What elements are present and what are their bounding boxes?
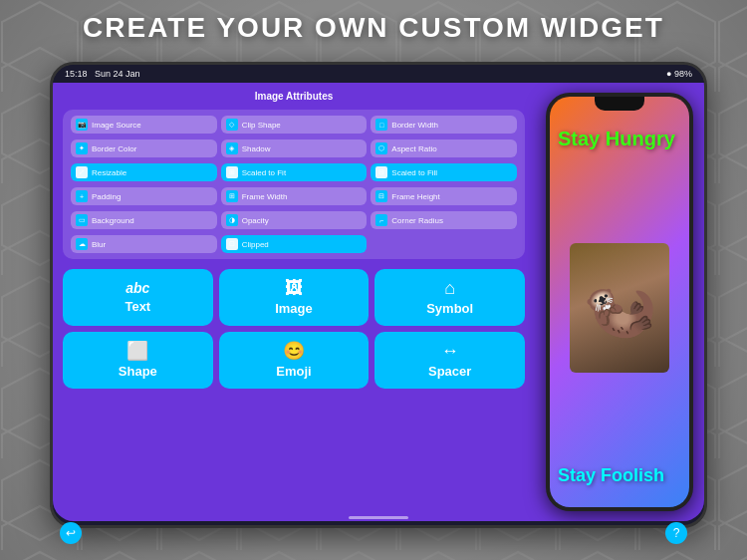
attr-border-color[interactable]: ✦ Border Color <box>71 140 217 157</box>
widget-image-btn[interactable]: 🖼 Image <box>219 269 370 326</box>
attr-row-3: ⤢ Resizable ⊞ Scaled to Fit ⊟ Scaled to … <box>71 163 517 181</box>
blur-icon: ☁ <box>76 238 88 250</box>
corner-radius-icon: ⌐ <box>375 214 387 226</box>
scaled-to-fit-icon: ⊞ <box>226 166 238 178</box>
resizable-icon: ⤢ <box>76 166 88 178</box>
widget-shape-btn[interactable]: ⬜ Shape <box>63 332 213 389</box>
padding-icon: + <box>76 190 88 202</box>
attr-row-6: ☁ Blur ⊡ Clipped <box>71 235 517 253</box>
widget-emoji-btn[interactable]: 😊 Emoji <box>219 332 370 389</box>
home-indicator <box>349 516 408 519</box>
phone-notch <box>595 97 644 111</box>
phone-screen: Stay Hungry 🦦 Stay Foolish <box>550 97 689 507</box>
frame-height-icon: ⊟ <box>375 190 387 202</box>
spacer-icon: ↔ <box>441 342 459 360</box>
bottom-bar: ↩ ? <box>60 522 687 544</box>
attr-border-width[interactable]: □ Border Width <box>371 116 517 134</box>
panel-title: Image Attributes <box>63 91 525 102</box>
attr-padding[interactable]: + Padding <box>71 187 217 205</box>
border-width-icon: □ <box>375 119 387 131</box>
widget-symbol-btn[interactable]: ⌂ Symbol <box>374 269 525 326</box>
aspect-ratio-icon: ⬡ <box>375 142 387 154</box>
attr-row-5: ▭ Background ◑ Opacity ⌐ Corner Radius <box>71 211 517 229</box>
attributes-section: 📷 Image Source ◇ Clip Shape □ Border Wid… <box>63 110 525 259</box>
status-time: 15:18 Sun 24 Jan <box>65 69 140 79</box>
phone-frame: Stay Hungry 🦦 Stay Foolish <box>546 93 693 511</box>
attr-row-1: 📷 Image Source ◇ Clip Shape □ Border Wid… <box>71 116 517 134</box>
help-icon[interactable]: ? <box>665 522 687 544</box>
attr-shadow[interactable]: ◈ Shadow <box>221 140 368 157</box>
widget-text-btn[interactable]: abc Text <box>63 269 213 326</box>
attr-row-4: + Padding ⊞ Frame Width ⊟ Frame Height <box>71 187 517 205</box>
attr-aspect-ratio[interactable]: ⬡ Aspect Ratio <box>371 140 517 157</box>
image-source-icon: 📷 <box>76 119 88 131</box>
status-battery: ● 98% <box>666 69 692 79</box>
attr-image-source[interactable]: 📷 Image Source <box>71 116 217 134</box>
attr-resizable[interactable]: ⤢ Resizable <box>71 163 217 181</box>
image-icon: 🖼 <box>285 279 303 297</box>
widget-spacer-btn[interactable]: ↔ Spacer <box>374 332 525 389</box>
attr-clipped[interactable]: ⊡ Clipped <box>221 235 368 253</box>
phone-text-bottom: Stay Foolish <box>558 465 681 487</box>
back-icon[interactable]: ↩ <box>60 522 82 544</box>
page-title: CREATE YOUR OWN CUSTOM WIDGET <box>0 12 747 44</box>
clipped-icon: ⊡ <box>226 238 238 250</box>
phone-image-area: 🦦 <box>558 150 681 465</box>
attr-background[interactable]: ▭ Background <box>71 211 217 229</box>
text-icon: abc <box>125 281 149 295</box>
background-icon: ▭ <box>76 214 88 226</box>
right-panel: Stay Hungry 🦦 Stay Foolish <box>535 83 704 521</box>
attr-scaled-to-fit[interactable]: ⊞ Scaled to Fit <box>221 163 368 181</box>
scaled-to-fill-icon: ⊟ <box>375 166 387 178</box>
widget-types: abc Text 🖼 Image ⌂ Symbol ⬜ Shape 😊 <box>63 269 525 389</box>
attr-blur[interactable]: ☁ Blur <box>71 235 217 253</box>
left-panel: Image Attributes 📷 Image Source ◇ Clip S… <box>53 83 535 521</box>
meerkat-image: 🦦 <box>570 243 669 373</box>
shape-icon: ⬜ <box>126 342 148 360</box>
attr-scaled-to-fill[interactable]: ⊟ Scaled to Fill <box>371 163 517 181</box>
border-color-icon: ✦ <box>76 142 88 154</box>
emoji-icon: 😊 <box>283 342 305 360</box>
attr-frame-width[interactable]: ⊞ Frame Width <box>221 187 368 205</box>
symbol-icon: ⌂ <box>444 279 455 297</box>
opacity-icon: ◑ <box>226 214 238 226</box>
attr-clip-shape[interactable]: ◇ Clip Shape <box>221 116 368 134</box>
frame-width-icon: ⊞ <box>226 190 238 202</box>
clip-shape-icon: ◇ <box>226 119 238 131</box>
app-area: Image Attributes 📷 Image Source ◇ Clip S… <box>53 83 704 521</box>
status-bar: 15:18 Sun 24 Jan ● 98% <box>53 65 704 83</box>
attr-corner-radius[interactable]: ⌐ Corner Radius <box>371 211 517 229</box>
attr-opacity[interactable]: ◑ Opacity <box>221 211 368 229</box>
phone-text-top: Stay Hungry <box>558 127 681 150</box>
shadow-icon: ◈ <box>226 142 238 154</box>
attr-frame-height[interactable]: ⊟ Frame Height <box>371 187 517 205</box>
attr-row-2: ✦ Border Color ◈ Shadow ⬡ Aspect Ratio <box>71 140 517 157</box>
tablet-frame: 15:18 Sun 24 Jan ● 98% Image Attributes … <box>50 62 707 528</box>
